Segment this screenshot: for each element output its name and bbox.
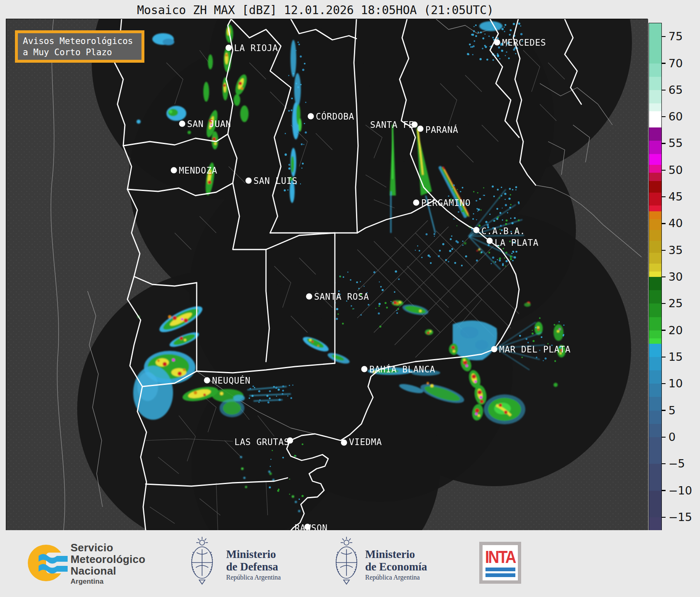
colorbar-segment [649, 230, 661, 241]
city-label-santa-rosa: SANTA ROSA [314, 292, 369, 302]
warning-line-2: a Muy Corto Plazo [23, 47, 141, 58]
city-marker-mercedes [494, 39, 500, 46]
colorbar-tick [662, 410, 666, 411]
colorbar-tick-label: 35 [668, 244, 683, 257]
colorbar-segment [649, 303, 661, 317]
city-marker-san-luis [246, 178, 252, 184]
colorbar-segment [649, 290, 661, 304]
colorbar-segment [649, 317, 661, 331]
smn-wordmark: Servicio Meteorológico Nacional Argentin… [71, 542, 145, 586]
colorbar-segment [649, 338, 661, 344]
colorbar-segment [649, 272, 661, 277]
ministerio-defensa-wordmark: Ministerio de Defensa República Argentin… [226, 548, 281, 581]
colorbar-segment [649, 64, 661, 77]
city-marker-la-plata [487, 238, 493, 244]
colorbar-segment [649, 370, 661, 384]
colorbar-segment [649, 277, 661, 291]
inta-bar-1 [485, 568, 515, 571]
colorbar-tick [662, 330, 666, 330]
colorbar-segment [649, 424, 661, 438]
colorbar-segment [649, 141, 661, 154]
colorbar-tick-label: 5 [668, 404, 676, 416]
colorbar-tick-label: 60 [668, 110, 683, 123]
smn-country: Argentina [71, 577, 145, 586]
radar-map-canvas: .eb{fill:#2f8fbf}.ec{fill:#38aede}.eg{fi… [6, 19, 648, 531]
colorbar-tick-label: 40 [668, 217, 683, 230]
colorbar-segment [649, 397, 661, 411]
ministerio-economia-wordmark: Ministerio de Economía República Argenti… [365, 548, 427, 581]
city-label-rawson: RAWSON [295, 523, 327, 531]
colorbar-segment [649, 264, 661, 272]
economia-sub: República Argentina [365, 574, 427, 581]
colorbar-segment [649, 206, 661, 212]
colorbar-segment [649, 384, 661, 397]
city-marker-neuqu-n [204, 377, 210, 384]
city-label-la-rioja: LA RIOJA [234, 43, 278, 53]
colorbar-tick [662, 517, 666, 518]
city-marker-mar-del-plata [491, 346, 498, 352]
city-marker-bah-a-blanca [361, 366, 368, 372]
inta-logo: INTA [479, 542, 521, 584]
colorbar-tick [662, 63, 666, 64]
warning-box[interactable]: Avisos Meteorológicos a Muy Corto Plazo [15, 30, 144, 63]
colorbar-segment [649, 173, 661, 181]
colorbar-segment [649, 77, 661, 91]
inta-bar-2 [485, 573, 515, 577]
colorbar-segment [649, 357, 661, 371]
colorbar-tick-label: 30 [668, 270, 683, 283]
colorbar-tick [662, 357, 666, 357]
city-label-mercedes: MERCEDES [502, 38, 546, 48]
colorbar-segment [649, 211, 661, 220]
colorbar-tick-label: 0 [668, 431, 676, 443]
colorbar-segment [649, 241, 661, 253]
city-marker-santa-rosa [306, 294, 312, 300]
city-label-neuqu-n: NEUQUÉN [212, 375, 251, 386]
colorbar-segment [649, 181, 661, 193]
colorbar-segment [649, 491, 661, 518]
colorbar-tick-label: −15 [668, 511, 692, 524]
colorbar-segment [649, 23, 661, 64]
defensa-line1: Ministerio [226, 548, 281, 560]
city-label-bah-a-blanca: BAHÍA BLANCA [369, 364, 435, 374]
colorbar-tick-label: 20 [668, 323, 683, 336]
colorbar-segment [649, 111, 661, 127]
smn-line2: Meteorológico [71, 553, 145, 565]
colorbar-tick-label: 75 [668, 30, 683, 43]
coat-of-arms-economia-icon [332, 535, 361, 589]
colorbar-segment [649, 193, 661, 206]
colorbar-tick-label: −10 [668, 484, 692, 497]
colorbar-tick [662, 223, 666, 224]
smn-line3: Nacional [71, 565, 145, 577]
city-label-paran-: PARANÁ [425, 125, 458, 135]
colorbar-tick [662, 90, 666, 91]
colorbar-tick [662, 116, 666, 117]
colorbar-tick-label: −5 [668, 457, 685, 470]
smn-logo-icon [26, 540, 68, 586]
radar-product-page: Mosaico ZH MAX [dBZ] 12.01.2026 18:05HOA… [0, 0, 700, 597]
colorbar-tick-label: 10 [668, 377, 683, 390]
colorbar-tick [662, 170, 666, 171]
colorbar-tick [662, 36, 666, 37]
colorbar-tick [662, 303, 666, 304]
colorbar-segment [649, 90, 661, 104]
city-label-pergamino: PERGAMINO [421, 198, 471, 208]
city-label-viedma: VIEDMA [349, 437, 382, 447]
colorbar-segment [649, 103, 661, 112]
city-label-c-a-b-a-: C.A.B.A. [481, 226, 525, 236]
colorbar-tick-label: 15 [668, 350, 683, 363]
colorbar-segment [649, 437, 661, 464]
economia-line2: de Economía [365, 560, 427, 573]
defensa-sub: República Argentina [226, 574, 281, 581]
colorbar-tick [662, 276, 666, 277]
city-marker-viedma [341, 440, 347, 446]
colorbar-tick-label: 65 [668, 83, 683, 96]
city-label-santa-fe: SANTA FE [370, 120, 414, 130]
city-label-las-grutas: LAS GRUTAS [234, 437, 289, 447]
defensa-line2: de Defensa [226, 560, 281, 573]
city-label-la-plata: LA PLATA [495, 238, 539, 248]
colorbar-segment [649, 253, 661, 264]
colorbar-tick-label: 55 [668, 137, 683, 149]
colorbar-tick-label: 70 [668, 56, 683, 69]
inta-wordmark: INTA [485, 549, 515, 565]
city-marker-c-rdoba [308, 113, 314, 120]
